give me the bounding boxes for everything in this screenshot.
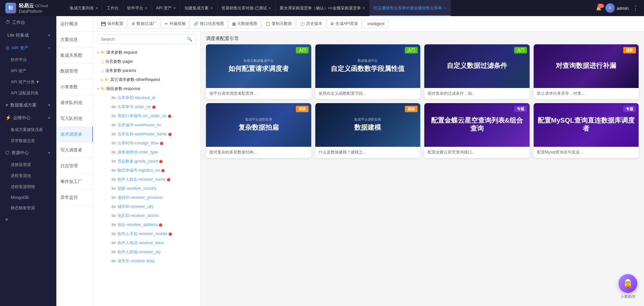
notification-button[interactable]: 🔔 10 bbox=[596, 6, 601, 11]
user-area[interactable]: A admin bbox=[605, 3, 629, 13]
second-panel-item-request-scheduler[interactable]: 请求调度者 bbox=[56, 127, 93, 142]
toolbar-btn-history[interactable]: 🕐历史版本 bbox=[296, 19, 326, 29]
second-panel-item-plan-info[interactable]: 方案信息 bbox=[56, 32, 93, 48]
tree-node-receiver-district[interactable]: Str地区ID-receiver_district bbox=[93, 211, 200, 220]
sidebar-subitem-api-category[interactable]: API 资产分类 ▼ bbox=[0, 77, 56, 88]
tab-close-icon[interactable]: ✕ bbox=[210, 6, 213, 10]
tab-tab-wangdian[interactable]: 旺店通销售出库单对接金蝶销售出库单✕ bbox=[370, 0, 451, 16]
tab-tab-workbench[interactable]: 工作台 bbox=[103, 0, 123, 16]
toolbar-btn-meta-view[interactable]: ▦元数据视图 bbox=[228, 19, 261, 29]
tab-close-icon[interactable]: ✕ bbox=[145, 6, 148, 10]
tree-node-logistics-no[interactable]: Str物流单编号-logistics_no 🔴 bbox=[93, 166, 200, 175]
sidebar-subitem-static-map[interactable]: 静态映射资源 bbox=[0, 203, 56, 214]
toolbar-btn-intelligent[interactable]: intelligent bbox=[362, 19, 388, 28]
tree-node-order-no[interactable]: Str出库单号-order_no 🔴 bbox=[93, 102, 200, 112]
tree-node-src-order-no[interactable]: Str系统订单编号-src_order_no 🔴 bbox=[93, 112, 200, 121]
tab-tab-guanyi[interactable]: 管易销售出库对接-已测试✕ bbox=[217, 0, 276, 16]
second-panel-item-write-scheduler[interactable]: 写入调度者 bbox=[56, 142, 93, 158]
toolbar-btn-repair[interactable]: ✏补漏措施 bbox=[161, 19, 189, 29]
more-button[interactable]: ⋮ bbox=[633, 4, 639, 12]
expand-icon[interactable]: ▾ bbox=[97, 51, 99, 54]
sidebar-subitem-software-platform[interactable]: 软件平台 bbox=[0, 54, 56, 65]
tree-node-receiver-zip[interactable]: Str收件人邮编-receiver_zip bbox=[93, 248, 200, 257]
tree-node-receiver-address[interactable]: Str地址-receiver_address 🔴 bbox=[93, 220, 200, 229]
card-card-3[interactable]: 自定义数据过滤条件 入门 面对复杂的过滤条件，如... bbox=[424, 44, 530, 99]
sidebar-item-data-integration[interactable]: ⋄数据集成方案 ▼ bbox=[0, 99, 56, 112]
expand-icon[interactable]: ▸ bbox=[101, 78, 103, 82]
toolbar-btn-save-config[interactable]: 💾保存配置 bbox=[97, 19, 127, 29]
tab-tab-api[interactable]: API 资产✕ bbox=[152, 0, 180, 16]
tree-node-res-params[interactable]: ▾📁响应参数-response bbox=[93, 84, 200, 93]
toolbar-btn-copy-data[interactable]: 📋复制元数据 bbox=[262, 19, 296, 29]
toolbar-btn-data-filter[interactable]: ⚙数据过滤厂 bbox=[128, 19, 160, 29]
sidebar-subitem-process-pool[interactable]: 进程资源池 bbox=[0, 170, 56, 181]
tab-tab-jushui[interactable]: 聚水潭采购退货单（确认）=>金蝶采购退货单✕ bbox=[276, 0, 370, 16]
tree-node-warehouse-no[interactable]: Str仓库编号-warehouse_no bbox=[93, 121, 200, 130]
tab-tab-list[interactable]: 集成方案列表✕ bbox=[66, 0, 103, 16]
second-panel-item-integration-map[interactable]: 集成关系图 bbox=[56, 48, 93, 63]
tree-node-receiver-mobile[interactable]: Str收件人手机-receiver_mobile 🔴 bbox=[93, 229, 200, 238]
toolbar-btn-gen-api[interactable]: ⚙生成API资源 bbox=[327, 19, 362, 29]
tab-close-icon[interactable]: ✕ bbox=[443, 6, 446, 10]
card-card-5[interactable]: 集成平台进阶应用 复杂数据拍扁 高级 面对复杂的多层数据结构... bbox=[206, 103, 311, 158]
sidebar-item-lite[interactable]: Lite 轻集成 ▼ bbox=[0, 29, 56, 42]
search-input[interactable] bbox=[98, 35, 183, 44]
sidebar-item-workbench[interactable]: ⏱工作台 bbox=[0, 16, 56, 29]
sidebar-subitem-connectors[interactable]: 连接器资源 bbox=[0, 159, 56, 170]
sidebar-subitem-anomaly[interactable]: 异常数据总览 bbox=[0, 135, 56, 146]
sidebar-subitem-health[interactable]: 集成方案健状况表 bbox=[0, 124, 56, 135]
tree-node-page-params[interactable]: △分页参数-pager bbox=[93, 57, 200, 66]
sidebar-subitem-api-adapter[interactable]: API 适配器列表 bbox=[0, 88, 56, 99]
tab-close-icon[interactable]: ✕ bbox=[362, 6, 365, 10]
toolbar-btn-interface-view[interactable]: 🔗接口信息视图 bbox=[190, 19, 228, 29]
tree-node-biz-params[interactable]: △业务参数-params bbox=[93, 66, 200, 75]
second-panel-item-run-overview[interactable]: 运行概况 bbox=[56, 16, 93, 32]
tree-node-order-type[interactable]: Str源单据类别-order_type bbox=[93, 148, 200, 157]
tree-node-receiver-name[interactable]: Str收件人姓名-receiver_name 🔴 bbox=[93, 175, 200, 184]
card-card-4[interactable]: 对查询数据进行补漏 进阶 防止请求任务异常，对查... bbox=[534, 44, 639, 99]
tree-node-receiver-telno[interactable]: Str收件人电话-receiver_telno bbox=[93, 238, 200, 248]
second-panel-item-event-factory[interactable]: 事件加工厂 bbox=[56, 174, 93, 190]
second-panel-item-write-queue[interactable]: 写入队列池 bbox=[56, 111, 93, 127]
second-panel-item-request-queue[interactable]: 请求队列池 bbox=[56, 95, 93, 111]
node-label: 系统订单编号-src_order_no 🔴 bbox=[117, 113, 171, 119]
card-brand: 集成平台进阶应用 bbox=[245, 117, 272, 122]
tree-node-warehouse-name[interactable]: Str仓库名称-warehouse_name 🔴 bbox=[93, 130, 200, 139]
sidebar-subitem-process-detail[interactable]: 进程资源明细 bbox=[0, 181, 56, 192]
sidebar-item-ops-center[interactable]: ⚡运维中心 ▼ bbox=[0, 112, 56, 124]
tree-node-goods-count[interactable]: Str货品数量-goods_count 🔴 bbox=[93, 157, 200, 166]
tab-tab-create[interactable]: 创建集成方案✕ bbox=[180, 0, 217, 16]
tree-node-receiver-city[interactable]: Str城市ID-receiver_city bbox=[93, 202, 200, 211]
assistant-widget[interactable]: 🧝 小青助理 bbox=[619, 274, 637, 299]
card-card-2[interactable]: 数据集成平台 自定义函数数学段属性值 入门 使用自定义函数配置字段... bbox=[315, 44, 421, 99]
expand-icon[interactable]: △ bbox=[101, 69, 104, 73]
second-panel-item-anomaly-monitor[interactable]: 异常监控 bbox=[56, 190, 93, 206]
tab-close-icon[interactable]: ✕ bbox=[268, 6, 271, 10]
card-card-7[interactable]: 配置金蝶云星空查询列表&组合查询 专题 配置金蝶云星空查询接口... bbox=[424, 103, 530, 158]
card-card-8[interactable]: 配置MySQL查询直连数据库调度者 专题 配置Mysql查询语句直连... bbox=[534, 103, 639, 158]
search-button[interactable]: 🔍 bbox=[183, 35, 196, 44]
second-panel-item-xiao-qing[interactable]: 小青查数 bbox=[56, 79, 93, 95]
tab-tab-software[interactable]: 软件平台✕ bbox=[123, 0, 152, 16]
tree-node-receiver-country[interactable]: Str国家-receiver_country bbox=[93, 184, 200, 193]
tab-close-icon[interactable]: ✕ bbox=[95, 6, 98, 10]
sidebar-subitem-mongodb[interactable]: MongoDB bbox=[0, 192, 56, 203]
tree-node-consign-time[interactable]: Str出库时间-consign_time 🔴 bbox=[93, 139, 200, 148]
second-panel-item-log-mgmt[interactable]: 日志管理 bbox=[56, 158, 93, 174]
tree-node-receiver-province[interactable]: Str省份ID-receiver_province bbox=[93, 193, 200, 202]
expand-icon[interactable]: △ bbox=[101, 60, 104, 63]
tree-node-receiver-area[interactable]: Str省市区-receiver area bbox=[93, 257, 200, 266]
sidebar-item-resource-center[interactable]: ⬡资源中心 ▼ bbox=[0, 146, 56, 159]
tab-close-icon[interactable]: ✕ bbox=[173, 6, 176, 10]
sidebar-item-api-asset[interactable]: ◎API 资产 ▼ bbox=[0, 42, 56, 54]
second-panel-item-data-mgmt[interactable]: 数据管理 bbox=[56, 63, 93, 79]
card-card-1[interactable]: 轻易云数据集成平台 如何配置请求调度者 入门 源平台请求调度者配置摆... bbox=[206, 44, 311, 99]
sidebar-bottom-icon[interactable]: ≡ bbox=[0, 214, 56, 225]
sidebar-subitem-api-resource[interactable]: API 资产 bbox=[0, 65, 56, 77]
tree-node-other-params[interactable]: ▸📁其它请求参数-otherRequest bbox=[93, 75, 200, 84]
tree-node-stockout-id[interactable]: Str出库单ID-stockout_id bbox=[93, 93, 200, 102]
card-card-6[interactable]: 集成平台进阶应用 数据建模 高级 什么是数据建模？建模之... bbox=[315, 103, 421, 158]
tree-node-req-params[interactable]: ▾📁请求参数-request bbox=[93, 48, 200, 57]
expand-icon[interactable]: ▾ bbox=[97, 87, 99, 91]
toolbar-btn-icon-history: 🕐 bbox=[300, 21, 305, 26]
